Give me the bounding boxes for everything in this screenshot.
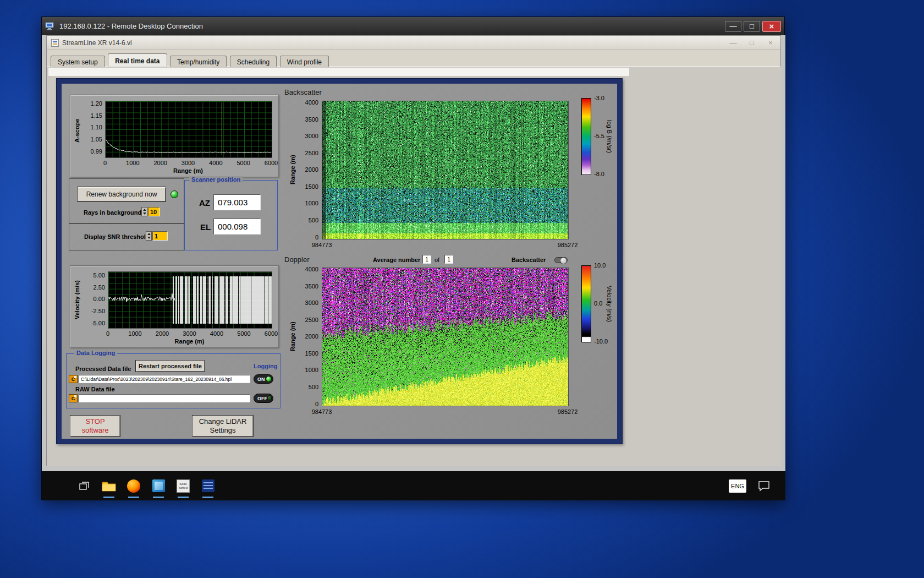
el-value-field[interactable]: 000.098 xyxy=(213,219,261,235)
raw-logging-toggle[interactable]: OFF xyxy=(254,394,273,403)
tick-label: 4000 xyxy=(305,99,318,106)
app-minimize-button[interactable]: — xyxy=(728,39,739,47)
raw-path-drive-icon[interactable]: C xyxy=(69,394,78,402)
doppler-x-end: 985272 xyxy=(546,408,590,415)
data-logging-title: Data Logging xyxy=(74,350,117,356)
tick-label: 1500 xyxy=(305,183,318,190)
rays-spinner[interactable] xyxy=(141,207,147,216)
minimize-button[interactable]: — xyxy=(725,21,741,32)
processed-logging-state: ON xyxy=(257,377,265,382)
velocity-ylabel: Velocity (m/s) xyxy=(74,271,80,329)
doppler-title: Doppler xyxy=(284,255,310,264)
scanner-position-title: Scanner position xyxy=(189,176,243,183)
stop-software-line1: STOP xyxy=(85,417,105,426)
tick-label: 1500 xyxy=(305,350,318,357)
ascope-ytick-labels: 1.201.151.101.050.99 xyxy=(81,101,103,157)
background-controls-box: Renew background now Rays in background … xyxy=(69,178,184,223)
rays-value-field[interactable]: 10 xyxy=(148,207,160,216)
maximize-button[interactable]: □ xyxy=(744,21,760,32)
average-number-label: Average number xyxy=(373,257,420,263)
doppler-cb-tick-max: 10.0 xyxy=(594,262,606,269)
language-indicator[interactable]: ENG xyxy=(729,479,746,493)
logging-label: Logging xyxy=(254,363,277,369)
file-explorer-icon[interactable] xyxy=(102,477,116,495)
processed-logging-toggle[interactable]: ON xyxy=(254,374,273,384)
tick-label: 3500 xyxy=(305,116,318,123)
snr-spinner[interactable] xyxy=(146,231,152,241)
processed-data-file-label: Processed Data file xyxy=(75,366,131,372)
change-lidar-settings-button[interactable]: Change LiDAR Settings xyxy=(192,415,254,437)
app-window-title: StreamLine XR v14-6.vi xyxy=(62,39,132,47)
scanner-position-box: Scanner position AZ 079.003 EL 000.098 xyxy=(184,180,278,250)
el-label: EL xyxy=(200,222,211,232)
backscatter-colorbar xyxy=(581,98,591,175)
photos-icon[interactable] xyxy=(151,477,166,495)
change-settings-line1: Change LiDAR xyxy=(199,417,247,426)
tick-label: -5.00 xyxy=(91,320,105,326)
doppler-cb-tick-mid: 0.0 xyxy=(594,300,602,307)
backscatter-heatmap xyxy=(322,101,569,239)
doppler-cb-tick-min: -10.0 xyxy=(594,338,608,345)
app-titlebar[interactable]: StreamLine XR v14-6.vi — □ × xyxy=(47,36,780,50)
notification-chat-icon[interactable] xyxy=(757,477,771,495)
az-value-field[interactable]: 079.003 xyxy=(213,194,261,210)
vi-app-icon xyxy=(51,39,59,47)
tick-label: 3000 xyxy=(305,133,318,139)
velocity-xlabel: Range (m) xyxy=(108,338,271,345)
tick-label: 1.20 xyxy=(91,100,102,107)
tab-bar: System setup Real time data Temp/humidit… xyxy=(47,50,780,67)
backscatter-ytick-labels: 40003500300025002000150010005000 xyxy=(295,101,320,238)
app-close-button[interactable]: × xyxy=(765,39,776,47)
rays-in-background-label: Rays in background xyxy=(84,209,141,216)
close-button[interactable]: × xyxy=(762,21,781,32)
rdp-window: 192.168.0.122 - Remote Desktop Connectio… xyxy=(41,17,785,500)
processed-path-field[interactable]: C:\Lidar\Data\Proc\2023\202309\20230914\… xyxy=(79,375,250,383)
restart-processed-file-button[interactable]: Restart processed file xyxy=(135,360,205,372)
ascope-xtick-labels: 0100020003000400050006000 xyxy=(105,160,271,167)
raw-path-field[interactable] xyxy=(79,394,250,402)
doppler-ytick-labels: 40003500300025002000150010005000 xyxy=(295,268,320,405)
app-window: StreamLine XR v14-6.vi — □ × System setu… xyxy=(46,35,781,466)
tick-label: 4000 xyxy=(305,266,318,272)
tick-label: 2000 xyxy=(305,333,318,340)
main-panel-frame: A-scope 1.201.151.101.050.99 01000200030… xyxy=(56,78,623,444)
backscatter-cb-tick-min: -8.0 xyxy=(594,171,604,177)
snr-value-field[interactable]: 1 xyxy=(152,231,168,241)
tick-label: 2000 xyxy=(156,330,169,337)
lidar-app-icon[interactable] xyxy=(201,477,215,495)
tab-real-time-data[interactable]: Real time data xyxy=(108,53,167,68)
tick-label: 6000 xyxy=(265,330,278,337)
tick-label: 3000 xyxy=(305,299,318,306)
tick-label: 0.00 xyxy=(94,296,105,302)
scan-scheduler-icon[interactable]: Scan sched xyxy=(176,477,190,495)
app-maximize-button[interactable]: □ xyxy=(746,39,757,47)
average-number-field[interactable]: 1 xyxy=(422,255,431,264)
remote-desktop-view: StreamLine XR v14-6.vi — □ × System setu… xyxy=(42,35,785,500)
rdp-titlebar[interactable]: 192.168.0.122 - Remote Desktop Connectio… xyxy=(42,17,784,35)
tick-label: 1.05 xyxy=(91,136,102,143)
processed-path-drive-icon[interactable]: C xyxy=(69,375,78,383)
processed-logging-led xyxy=(266,376,272,382)
firefox-icon[interactable] xyxy=(127,477,141,495)
renew-background-button[interactable]: Renew background now xyxy=(77,187,166,202)
tick-label: 1000 xyxy=(305,367,318,373)
rdp-window-buttons: — □ × xyxy=(725,21,781,32)
of-label: of xyxy=(435,257,439,263)
tick-label: 500 xyxy=(309,217,318,223)
task-view-icon[interactable] xyxy=(77,477,91,495)
velocity-plot xyxy=(108,271,272,329)
tick-label: 0 xyxy=(315,401,318,407)
snr-threshold-box: Display SNR threshold 1 xyxy=(69,223,184,251)
scan-icon-text-line1: Scan xyxy=(179,482,187,486)
velocity-ytick-labels: 5.002.500.00-2.50-5.00 xyxy=(82,271,106,328)
front-panel-margin xyxy=(48,68,629,76)
raw-logging-state: OFF xyxy=(257,396,267,401)
backscatter-doppler-toggle[interactable] xyxy=(554,257,568,263)
tick-label: 1000 xyxy=(305,200,318,206)
average-count-field[interactable]: 1 xyxy=(444,255,453,264)
tick-label: 2000 xyxy=(305,166,318,173)
backscatter-cb-tick-mid: -5.5 xyxy=(594,133,604,139)
tick-label: 3000 xyxy=(183,330,196,337)
renew-background-led xyxy=(170,190,178,198)
stop-software-button[interactable]: STOP software xyxy=(70,415,120,437)
